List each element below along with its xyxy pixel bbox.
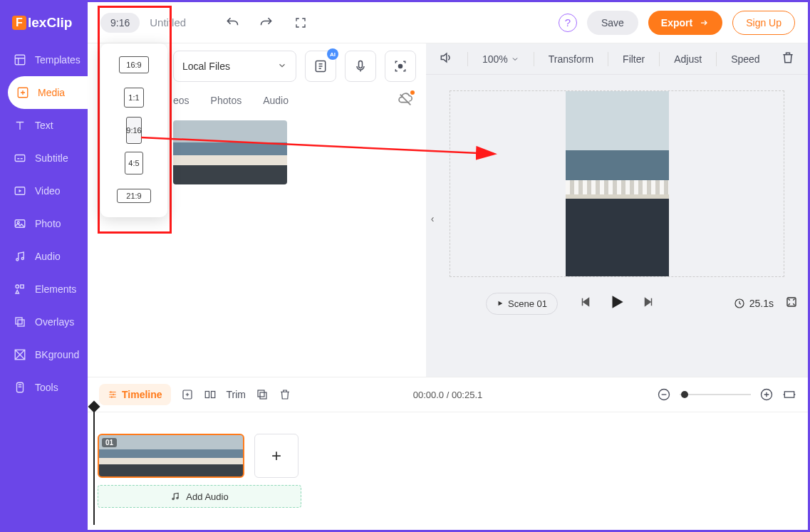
logo-plus-icon: F	[12, 16, 26, 30]
sidebar-label: Subtitle	[35, 152, 68, 164]
preview-video[interactable]	[566, 91, 669, 276]
zoom-slider[interactable]	[680, 394, 751, 395]
sidebar-item-subtitle[interactable]: Subtitle	[2, 142, 88, 174]
signup-button[interactable]: Sign Up	[732, 11, 795, 35]
trim-button[interactable]: Trim	[227, 389, 246, 400]
aspect-option-16-9[interactable]: 16:9	[109, 51, 159, 79]
aspect-ratio-button[interactable]: 9:16	[100, 13, 140, 33]
next-button[interactable]	[642, 296, 655, 311]
zoom-in-button[interactable]	[759, 387, 774, 402]
split-button[interactable]	[204, 388, 217, 401]
sidebar-item-elements[interactable]: Elements	[2, 273, 88, 306]
sidebar-item-audio[interactable]: Audio	[2, 240, 88, 273]
sidebar-label: Audio	[35, 251, 61, 262]
preview-canvas[interactable]	[450, 90, 784, 277]
tab-photos[interactable]: Photos	[211, 95, 242, 106]
fullscreen-button	[289, 11, 313, 35]
export-button[interactable]: Export	[648, 11, 722, 35]
delete-clip-button[interactable]	[279, 388, 291, 401]
fit-button[interactable]	[782, 387, 796, 402]
sidebar-label: Photo	[35, 218, 61, 229]
svg-rect-27	[784, 392, 794, 397]
sidebar-item-media[interactable]: Media	[8, 76, 88, 109]
sidebar-item-tools[interactable]: Tools	[2, 371, 88, 404]
adjust-button[interactable]: Adjust	[674, 53, 702, 65]
playhead[interactable]	[93, 404, 95, 525]
aspect-option-1-1[interactable]: 1:1	[109, 83, 159, 112]
subtitle-icon	[14, 152, 26, 165]
media-thumbnail[interactable]	[173, 120, 287, 184]
script-button[interactable]: AI	[305, 51, 336, 82]
help-button[interactable]: ?	[559, 14, 577, 32]
undo-button[interactable]	[220, 11, 244, 35]
save-button[interactable]: Save	[587, 11, 638, 35]
sidebar-label: Overlays	[35, 316, 74, 328]
aspect-box: 9:16	[126, 117, 142, 144]
play-button[interactable]	[608, 293, 626, 314]
sidebar-item-bkground[interactable]: BKground	[2, 338, 88, 371]
svg-rect-21	[205, 392, 209, 398]
aspect-option-21-9[interactable]: 21:9	[109, 182, 159, 210]
svg-point-29	[177, 497, 178, 499]
fullscreen-preview-button[interactable]	[785, 296, 798, 311]
chevron-down-icon	[277, 61, 287, 73]
record-screen-button[interactable]	[385, 51, 416, 82]
record-audio-button[interactable]	[345, 51, 376, 82]
playback-controls: Scene 01 25.1s	[426, 286, 808, 321]
sidebar-label: Media	[38, 87, 65, 98]
zoom-out-button[interactable]	[657, 387, 671, 402]
local-files-dropdown[interactable]: Local Files	[173, 51, 296, 82]
svg-point-6	[16, 259, 19, 261]
topbar: 9:16 Untitled ? Save Export Sign Up	[88, 2, 808, 43]
add-clip-button[interactable]: +	[254, 434, 298, 478]
sidebar-item-video[interactable]: Video	[2, 174, 88, 207]
sidebar-item-text[interactable]: Text	[2, 109, 88, 142]
preview-toolbar: 100% Transform Filter Adjust Speed	[426, 43, 808, 75]
filter-button[interactable]: Filter	[623, 53, 645, 65]
sidebar-item-overlays[interactable]: Overlays	[2, 306, 88, 338]
speed-button[interactable]: Speed	[731, 53, 759, 65]
svg-rect-13	[17, 382, 24, 392]
export-label: Export	[661, 17, 692, 28]
scene-selector[interactable]: Scene 01	[486, 293, 558, 315]
tools-icon	[14, 381, 26, 394]
sidebar-item-templates[interactable]: Templates	[2, 43, 88, 76]
duration-display: 25.1s	[734, 298, 774, 309]
svg-rect-16	[359, 61, 363, 68]
project-title[interactable]: Untitled	[150, 16, 186, 28]
ai-badge: AI	[327, 48, 338, 60]
aspect-box: 21:9	[117, 189, 151, 203]
media-icon	[16, 86, 29, 99]
add-audio-button[interactable]: Add Audio	[98, 485, 301, 508]
cloud-sync-button[interactable]	[398, 92, 413, 110]
volume-button[interactable]	[439, 51, 453, 67]
preview-panel: 100% Transform Filter Adjust Speed Scene…	[426, 43, 808, 377]
zoom-dropdown[interactable]: 100%	[482, 53, 519, 65]
tab-audio[interactable]: Audio	[263, 95, 289, 106]
svg-point-17	[399, 65, 403, 68]
scene-label: Scene 01	[508, 298, 547, 309]
aspect-option-4-5[interactable]: 4:5	[109, 149, 159, 177]
duplicate-button[interactable]	[256, 388, 269, 401]
sidebar-label: Text	[35, 120, 53, 131]
audio-icon	[14, 250, 26, 263]
timeline-clip[interactable]: 01	[98, 434, 244, 478]
sidebar-item-photo[interactable]: Photo	[2, 207, 88, 240]
tab-videos[interactable]: eos	[173, 95, 189, 106]
aspect-box: 16:9	[119, 56, 149, 73]
svg-point-28	[172, 498, 174, 499]
timeline-mode-button[interactable]: Timeline	[99, 384, 171, 405]
logo[interactable]: FlexClip	[2, 11, 88, 43]
collapse-panel-button[interactable]: ‹	[426, 202, 439, 236]
redo-button[interactable]	[254, 11, 279, 35]
svg-rect-2	[15, 155, 25, 162]
transform-button[interactable]: Transform	[549, 53, 593, 65]
text-icon	[14, 119, 26, 132]
sidebar: FlexClip Templates Media Text Subtitle V…	[2, 2, 88, 530]
aspect-option-9-16[interactable]: 9:16	[109, 116, 159, 145]
add-scene-button[interactable]	[181, 388, 194, 401]
svg-rect-24	[260, 392, 266, 399]
prev-button[interactable]	[579, 296, 592, 311]
aspect-ratio-dropdown: 16:9 1:1 9:16 4:5 21:9	[100, 43, 167, 217]
delete-button[interactable]	[781, 51, 795, 67]
